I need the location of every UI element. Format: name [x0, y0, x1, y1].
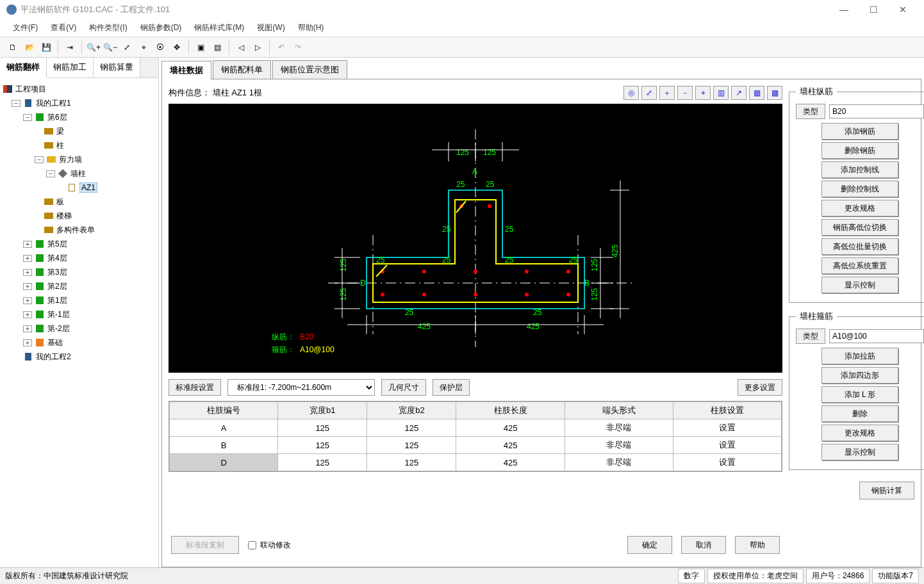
expand-icon[interactable]: +	[23, 283, 32, 290]
table-row[interactable]: B125125425非尽端设置	[170, 437, 782, 454]
zoom-fit-icon[interactable]: ⤢	[119, 40, 135, 55]
next-icon[interactable]: ▷	[250, 40, 265, 55]
canvas-tool-extent-icon[interactable]: ⤢	[641, 86, 657, 100]
table-cell[interactable]: 非尽端	[565, 419, 673, 437]
tree-column[interactable]: 柱	[3, 138, 156, 152]
tree-stair[interactable]: 楼梯	[3, 209, 156, 223]
expand-icon[interactable]: +	[23, 339, 32, 346]
tab-rebar-list[interactable]: 钢筋配料单	[213, 60, 271, 79]
canvas-tool-chart-icon[interactable]: ▥	[713, 86, 729, 100]
table-cell[interactable]: 125	[367, 454, 456, 471]
collapse-icon[interactable]: −	[35, 156, 44, 163]
tree-project1[interactable]: −我的工程1	[3, 96, 156, 110]
longit-action-button[interactable]: 更改规格	[821, 200, 898, 216]
menu-viewport[interactable]: 视图(W)	[251, 20, 291, 36]
undo-icon[interactable]: ↶	[274, 40, 289, 55]
canvas-tool-arrow-icon[interactable]: ↗	[731, 86, 747, 100]
doc1-icon[interactable]: ▣	[193, 40, 208, 55]
table-cell[interactable]: 非尽端	[565, 454, 673, 471]
longit-action-button[interactable]: 高低位批量切换	[821, 238, 898, 255]
zoom-reset-icon[interactable]: ⦿	[153, 40, 168, 55]
table-cell[interactable]: 425	[456, 437, 565, 454]
tab-rebar-position[interactable]: 钢筋位置示意图	[272, 60, 347, 79]
collapse-icon[interactable]: −	[46, 170, 55, 177]
menu-component-type[interactable]: 构件类型(I)	[83, 20, 133, 36]
tree-floor6[interactable]: −第6层	[3, 110, 156, 124]
link-edit-checkbox[interactable]: 联动修改	[248, 540, 291, 551]
stirrup-action-button[interactable]: 添加拉筋	[821, 348, 898, 364]
open-file-icon[interactable]: 📂	[22, 40, 37, 55]
segment-copy-button[interactable]: 标准段复制	[171, 536, 239, 554]
expand-icon[interactable]: +	[23, 297, 32, 304]
canvas-tool-zoomin-icon[interactable]: ＋	[659, 86, 675, 100]
canvas-tool-grid2-icon[interactable]: ▩	[767, 86, 782, 100]
help-button[interactable]: 帮助	[735, 536, 780, 554]
tree-floor3[interactable]: +第3层	[3, 265, 156, 279]
tree-floor1[interactable]: +第1层	[3, 293, 156, 307]
table-cell[interactable]: 125	[367, 437, 456, 454]
link-edit-input[interactable]	[248, 541, 256, 549]
table-cell[interactable]: 425	[456, 419, 565, 437]
longit-action-button[interactable]: 删除钢筋	[821, 142, 898, 159]
table-header[interactable]: 柱肢编号	[170, 402, 278, 419]
maximize-button[interactable]: ☐	[859, 0, 888, 19]
stirrup-action-button[interactable]: 添加四边形	[821, 367, 898, 384]
cover-button[interactable]: 保护层	[433, 379, 470, 396]
collapse-icon[interactable]: −	[12, 100, 21, 107]
canvas-tool-zoomwin-icon[interactable]: ⌖	[695, 86, 711, 100]
segment-setting-button[interactable]: 标准段设置	[169, 379, 221, 396]
zoom-out-icon[interactable]: 🔍−	[103, 40, 118, 55]
table-cell[interactable]: 425	[456, 454, 565, 471]
stirrup-action-button[interactable]: 显示控制	[821, 444, 898, 460]
expand-icon[interactable]: +	[23, 241, 32, 248]
zoom-in-icon[interactable]: 🔍+	[86, 40, 101, 55]
table-row[interactable]: D125125425非尽端设置	[170, 454, 782, 471]
longit-action-button[interactable]: 删除控制线	[821, 181, 898, 197]
table-header[interactable]: 柱肢长度	[456, 402, 565, 419]
tab-rebar-quantity[interactable]: 钢筋算量	[94, 58, 140, 77]
canvas-tool-target-icon[interactable]: ◎	[623, 86, 639, 100]
expand-icon[interactable]: +	[23, 269, 32, 276]
tree-project2[interactable]: 我的工程2	[3, 350, 156, 364]
stirrup-type-button[interactable]: 类型	[796, 328, 825, 344]
stirrup-type-input[interactable]	[829, 329, 924, 343]
project-tree[interactable]: 工程项目 −我的工程1 −第6层 梁 柱 −剪力墙 −墙柱 AZ1 板 楼梯 多…	[0, 78, 158, 567]
close-button[interactable]: ✕	[888, 0, 918, 19]
redo-icon[interactable]: ↷	[290, 40, 306, 55]
menu-help[interactable]: 帮助(H)	[292, 20, 331, 36]
pan-icon[interactable]: ✥	[169, 40, 185, 55]
stirrup-action-button[interactable]: 删除	[821, 405, 898, 422]
calculate-button[interactable]: 钢筋计算	[859, 482, 914, 499]
canvas-tool-zoomout-icon[interactable]: －	[677, 86, 693, 100]
tree-beam[interactable]: 梁	[3, 124, 156, 138]
expand-icon[interactable]: +	[23, 311, 32, 318]
stirrup-action-button[interactable]: 更改规格	[821, 425, 898, 441]
table-cell[interactable]: 设置	[673, 454, 781, 471]
menu-rebar-library[interactable]: 钢筋样式库(M)	[188, 20, 251, 36]
longit-action-button[interactable]: 钢筋高低位切换	[821, 219, 898, 236]
canvas-tool-grid1-icon[interactable]: ▦	[749, 86, 764, 100]
longit-action-button[interactable]: 高低位系统重置	[821, 257, 898, 274]
menu-view[interactable]: 查看(V)	[44, 20, 83, 36]
table-cell[interactable]: D	[170, 454, 278, 471]
longit-action-button[interactable]: 添加钢筋	[821, 123, 898, 140]
table-header[interactable]: 宽度b2	[367, 402, 456, 419]
tree-slab[interactable]: 板	[3, 195, 156, 209]
table-cell[interactable]: 非尽端	[565, 437, 673, 454]
new-file-icon[interactable]: 🗋	[5, 40, 21, 55]
collapse-icon[interactable]: −	[23, 114, 32, 121]
export-icon[interactable]: ⇥	[62, 40, 78, 55]
tree-floor-n2[interactable]: +第-2层	[3, 321, 156, 336]
tree-floor4[interactable]: +第4层	[3, 251, 156, 265]
tree-floor5[interactable]: +第5层	[3, 237, 156, 251]
doc2-icon[interactable]: ▤	[210, 40, 225, 55]
tab-rebar-process[interactable]: 钢筋加工	[47, 58, 94, 77]
stirrup-action-button[interactable]: 添加 L 形	[821, 386, 898, 403]
longit-action-button[interactable]: 显示控制	[821, 277, 898, 293]
tab-rebar-layout[interactable]: 钢筋翻样	[0, 58, 47, 78]
table-cell[interactable]: 125	[278, 419, 367, 437]
table-cell[interactable]: 设置	[673, 437, 781, 454]
table-cell[interactable]: 设置	[673, 419, 781, 437]
table-cell[interactable]: B	[170, 437, 278, 454]
table-cell[interactable]: A	[170, 419, 278, 437]
